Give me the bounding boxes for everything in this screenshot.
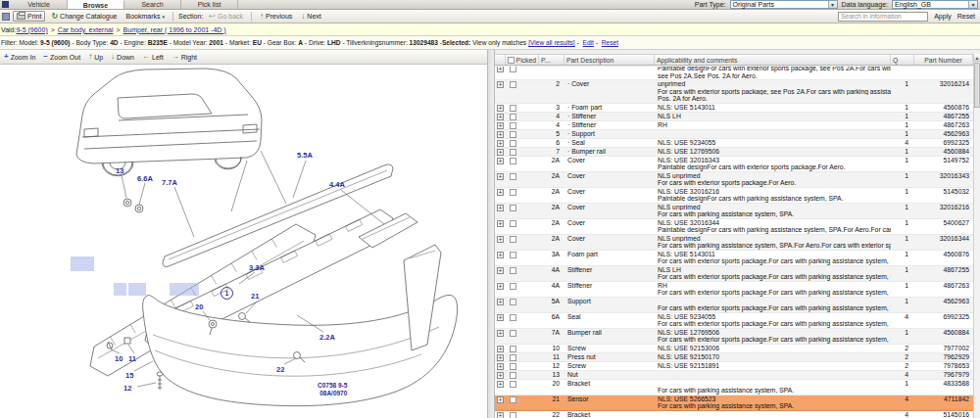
scroll-up-icon[interactable]: ▲ bbox=[974, 54, 980, 62]
row-checkbox[interactable] bbox=[510, 114, 516, 120]
header-part-number[interactable]: Part Number bbox=[914, 55, 973, 65]
table-row[interactable]: + 2A Cover NLS: USE 32016344Paintable de… bbox=[495, 219, 973, 235]
diagram-label-4-4A[interactable]: 4.4A bbox=[329, 180, 345, 189]
row-checkbox[interactable] bbox=[510, 105, 516, 112]
zoom-in-button[interactable]: +Zoom In bbox=[4, 53, 35, 61]
diagram-label-22[interactable]: 22 bbox=[276, 365, 284, 374]
row-checkbox[interactable] bbox=[510, 412, 516, 418]
diagram-label-7-7A[interactable]: 7.7A bbox=[162, 178, 177, 187]
table-row[interactable]: + 4A Stiffener NLS LHFor cars with exter… bbox=[495, 266, 973, 282]
table-row[interactable]: + 13 Nut 4 7967979 bbox=[495, 371, 973, 380]
expand-plus-icon[interactable]: + bbox=[497, 81, 504, 88]
expand-plus-icon[interactable]: + bbox=[497, 140, 504, 147]
diagram-label-5-5A[interactable]: 5.5A bbox=[297, 151, 313, 160]
parts-diagram[interactable]: 136.6A7.7A5.5A4.4A3.3A120212.2A221011151… bbox=[0, 65, 487, 418]
expand-plus-icon[interactable]: + bbox=[497, 372, 504, 379]
diagram-label-12[interactable]: 12 bbox=[123, 384, 131, 393]
previous-button[interactable]: ↑ Previous bbox=[257, 12, 295, 21]
diagram-label-15[interactable]: 15 bbox=[125, 371, 133, 380]
table-row[interactable]: + 22 Bracket For cars with parking assis… bbox=[495, 411, 973, 418]
diagram-label-10[interactable]: 10 bbox=[115, 354, 122, 363]
expand-plus-icon[interactable]: + bbox=[497, 105, 504, 112]
expand-plus-icon[interactable]: + bbox=[497, 173, 504, 180]
down-button[interactable]: ↓Down bbox=[111, 53, 134, 61]
row-checkbox[interactable] bbox=[510, 173, 516, 180]
pane-splitter[interactable] bbox=[487, 50, 495, 418]
expand-plus-icon[interactable]: + bbox=[497, 299, 504, 305]
row-checkbox[interactable] bbox=[510, 205, 516, 211]
diagram-label-21[interactable]: 21 bbox=[251, 292, 259, 301]
row-checkbox[interactable] bbox=[510, 354, 516, 361]
expand-plus-icon[interactable]: + bbox=[497, 330, 504, 337]
zoom-out-button[interactable]: −Zoom Out bbox=[43, 53, 80, 61]
row-checkbox[interactable] bbox=[510, 149, 516, 156]
edit-filter-link[interactable]: Edit bbox=[583, 39, 594, 46]
table-row[interactable]: + 5A Support For cars with exterior spor… bbox=[495, 298, 973, 313]
change-catalogue-button[interactable]: ↻ Change Catalogue bbox=[48, 12, 120, 21]
row-checkbox[interactable] bbox=[510, 158, 516, 164]
diagram-label-2-2A[interactable]: 2.2A bbox=[319, 333, 335, 342]
header-part-description[interactable]: Part Description bbox=[564, 55, 655, 65]
right-button[interactable]: →Right bbox=[172, 53, 197, 61]
expand-plus-icon[interactable]: + bbox=[497, 131, 504, 138]
row-checkbox[interactable] bbox=[510, 81, 516, 88]
row-checkbox[interactable] bbox=[510, 283, 516, 290]
row-checkbox[interactable] bbox=[510, 236, 516, 243]
row-checkbox[interactable] bbox=[510, 346, 516, 352]
data-language-select[interactable]: English_GB ▾ bbox=[892, 0, 978, 9]
table-row[interactable]: + 21 Sensor NLS: USE 5266523For cars wit… bbox=[495, 395, 973, 411]
row-checkbox[interactable] bbox=[510, 220, 516, 227]
table-row[interactable]: + 2A Cover NLS unprimedFor cars with par… bbox=[495, 204, 973, 219]
chevron-down-icon[interactable]: ▾ bbox=[968, 1, 977, 8]
table-row[interactable]: + 3 · Foam part NLS: USE 5143011 1 45608… bbox=[495, 104, 973, 113]
expand-plus-icon[interactable]: + bbox=[497, 363, 504, 370]
expand-plus-icon[interactable]: + bbox=[497, 114, 504, 120]
chevron-down-icon[interactable]: ▾ bbox=[828, 1, 837, 8]
row-checkbox[interactable] bbox=[510, 314, 516, 321]
table-row[interactable]: + 2 · Cover unprimedFor cars with exteri… bbox=[495, 80, 973, 104]
table-row[interactable]: + 6A Seal NLS: USE 9234055For cars with … bbox=[495, 313, 973, 329]
table-row[interactable]: + 2A Cover NLS unprimedFor cars with par… bbox=[495, 235, 973, 251]
row-checkbox[interactable] bbox=[510, 299, 516, 305]
next-button[interactable]: ↓ Next bbox=[298, 12, 323, 21]
reset-button[interactable]: Reset bbox=[957, 13, 975, 20]
tab-vehicle[interactable]: Vehicle bbox=[11, 0, 68, 9]
expand-plus-icon[interactable]: + bbox=[497, 205, 504, 211]
table-row[interactable]: + Paintable designFor cars with exterior… bbox=[495, 67, 973, 80]
table-row[interactable]: + 20 Bracket For cars with parking assis… bbox=[495, 380, 973, 395]
expand-plus-icon[interactable]: + bbox=[497, 252, 504, 258]
diagram-label-20[interactable]: 20 bbox=[195, 302, 203, 311]
breadcrumb-link[interactable]: Bumper, rear ( 1996 to 2001 -4D ) bbox=[123, 26, 226, 33]
expand-plus-icon[interactable]: + bbox=[497, 267, 504, 274]
expand-plus-icon[interactable]: + bbox=[497, 236, 504, 243]
expand-plus-icon[interactable]: + bbox=[497, 396, 504, 403]
header-checkbox[interactable] bbox=[508, 57, 514, 64]
table-row[interactable]: + 2A Cover NLS unprimedFor cars with ext… bbox=[495, 172, 973, 188]
go-back-button[interactable]: ↩ Go back bbox=[206, 12, 246, 21]
row-checkbox[interactable] bbox=[510, 131, 516, 138]
diagram-label-11[interactable]: 11 bbox=[128, 354, 136, 363]
table-row[interactable]: + 12 Screw NLS: USE 92151891 2 7978653 bbox=[495, 362, 973, 371]
expand-plus-icon[interactable]: + bbox=[497, 314, 504, 321]
view-all-results-link[interactable]: [View all results] bbox=[528, 39, 575, 46]
expand-plus-icon[interactable]: + bbox=[497, 149, 504, 156]
expand-plus-icon[interactable]: + bbox=[497, 354, 504, 361]
tab-pick-list[interactable]: Pick list bbox=[181, 0, 238, 9]
diagram-label-13[interactable]: 13 bbox=[116, 166, 123, 175]
scrollbar-thumb[interactable] bbox=[974, 63, 980, 108]
row-checkbox[interactable] bbox=[510, 189, 516, 196]
table-row[interactable]: + 4A Stiffener RHFor cars with exterior … bbox=[495, 282, 973, 298]
diagram-label-1[interactable]: 1 bbox=[220, 287, 233, 300]
row-checkbox[interactable] bbox=[510, 363, 516, 370]
diagram-label-6-6A[interactable]: 6.6A bbox=[137, 174, 153, 183]
reset-filter-link[interactable]: Reset bbox=[602, 39, 618, 46]
tab-browse[interactable]: Browse bbox=[68, 0, 124, 9]
expand-plus-icon[interactable]: + bbox=[497, 67, 504, 72]
print-button[interactable]: Print bbox=[13, 11, 45, 22]
table-row[interactable]: + 7A Bumper rail NLS: USE 12769506For ca… bbox=[495, 329, 973, 345]
breadcrumb-link[interactable]: 9-5 (9600) bbox=[16, 26, 47, 33]
expand-plus-icon[interactable]: + bbox=[497, 283, 504, 290]
row-checkbox[interactable] bbox=[510, 67, 516, 72]
table-row[interactable]: + 3A Foam part NLS: USE 5143011For cars … bbox=[495, 251, 973, 266]
row-checkbox[interactable] bbox=[510, 140, 516, 147]
